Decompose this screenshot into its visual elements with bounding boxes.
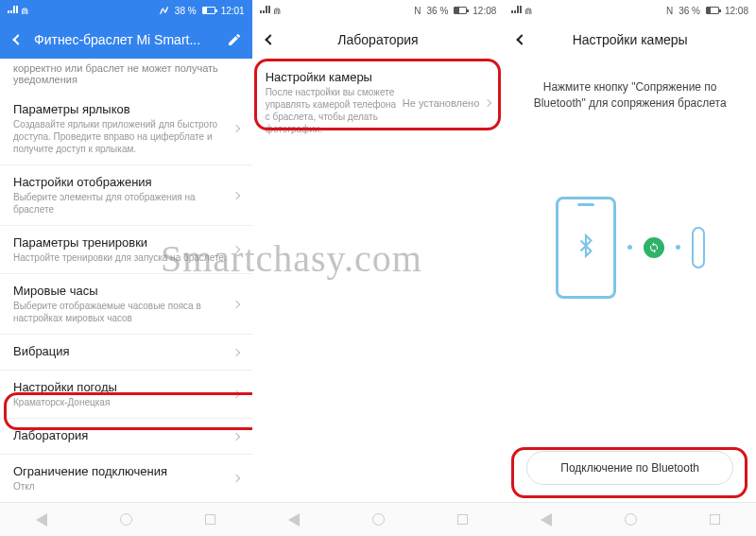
android-nav-bar (252, 502, 505, 536)
signal-icon (511, 6, 521, 13)
battery-percent: 36 % (679, 6, 700, 16)
nav-recent-icon[interactable] (205, 514, 215, 525)
battery-bar-icon (706, 7, 719, 14)
signal-icon (8, 6, 17, 13)
chevron-right-icon (232, 191, 239, 199)
button-label: Подключение по Bluetooth (560, 461, 699, 475)
phone-icon (556, 197, 616, 299)
item-sub: Настройте тренировки для запуска на брас… (13, 251, 233, 264)
chevron-right-icon (232, 246, 239, 253)
android-nav-bar (504, 502, 756, 536)
item-title: Параметры тренировки (13, 235, 233, 250)
nfc-icon: N (414, 6, 421, 16)
item-lab[interactable]: Лаборатория (0, 419, 252, 455)
nfc-icon: N (666, 6, 673, 16)
battery-percent: 36 % (426, 6, 448, 16)
item-title: Лаборатория (13, 428, 233, 442)
status-bar: ⋒ N 36 % 12:08 (252, 0, 505, 21)
edit-icon (227, 32, 242, 47)
item-sub: Выберите элементы для отображения на бра… (13, 191, 233, 216)
wifi-icon: ⋒ (524, 6, 532, 16)
item-worldclock[interactable]: Мировые часыВыберите отображаемые часовы… (0, 274, 252, 335)
battery-percent: 38 % (175, 6, 197, 16)
android-nav-bar (0, 502, 252, 536)
wifi-icon: ⋒ (21, 6, 28, 16)
nav-recent-icon[interactable] (710, 514, 720, 525)
dot-icon (627, 245, 632, 250)
item-title: Параметры ярлыков (13, 102, 233, 116)
item-sub: После настройки вы сможете управлять кам… (266, 86, 403, 135)
pairing-illustration (504, 197, 756, 299)
nav-home-icon[interactable] (120, 513, 132, 526)
nav-back-icon[interactable] (36, 513, 47, 527)
back-button[interactable] (9, 31, 26, 48)
chevron-left-icon (265, 34, 275, 44)
screen-camera-pairing: ⋒ N 36 % 12:08 Настройки камеры Нажмите … (504, 0, 756, 536)
item-value: Не установлено (403, 97, 480, 109)
status-bar: ⋒ 🗲 38 % 12:01 (0, 0, 252, 21)
back-button[interactable] (262, 31, 279, 48)
page-title: Фитнес-браслет Mi Smart... (34, 32, 220, 47)
chevron-right-icon (232, 125, 239, 132)
header: Настройки камеры (504, 21, 756, 59)
bluetooth-icon (574, 233, 598, 262)
chevron-right-icon (484, 98, 491, 106)
item-sub: Откл (13, 480, 233, 493)
item-camera-settings[interactable]: Настройки камеры После настройки вы смож… (252, 59, 505, 147)
header: Лаборатория (252, 21, 505, 59)
page-title: Лаборатория (284, 32, 472, 47)
signal-icon (260, 6, 269, 13)
item-title: Настройки камеры (266, 70, 403, 84)
chevron-right-icon (232, 475, 239, 482)
edit-button[interactable] (226, 31, 243, 48)
item-sub: Создавайте ярлыки приложений для быстрог… (13, 118, 233, 155)
sync-icon (644, 237, 664, 258)
chevron-right-icon (232, 348, 239, 355)
dot-icon (676, 245, 680, 250)
item-weather[interactable]: Настройки погодыКраматорск-Донецкая (0, 371, 252, 419)
screen-lab: ⋒ N 36 % 12:08 Лаборатория Настройки кам… (252, 0, 505, 536)
item-sub: Краматорск-Донецкая (13, 396, 233, 408)
item-title: Ограничение подключения (13, 464, 233, 478)
status-time: 12:08 (725, 6, 748, 16)
nav-home-icon[interactable] (625, 513, 637, 526)
connect-bluetooth-button[interactable]: Подключение по Bluetooth (526, 451, 733, 485)
nav-recent-icon[interactable] (457, 514, 468, 525)
chevron-left-icon (12, 34, 23, 44)
partial-cut-text: корректно или браслет не может получать … (0, 59, 252, 93)
item-title: Настройки погоды (13, 380, 233, 394)
status-time: 12:08 (472, 6, 496, 16)
header: Фитнес-браслет Mi Smart... (0, 21, 252, 59)
item-title: Настройки отображения (13, 175, 233, 189)
chevron-right-icon (232, 432, 239, 440)
item-connection-limit[interactable]: Ограничение подключенияОткл (0, 455, 252, 503)
pairing-description: Нажмите кнопку "Сопряжение по Bluetooth"… (504, 59, 756, 112)
item-workout[interactable]: Параметры тренировкиНастройте тренировки… (0, 226, 252, 274)
nav-home-icon[interactable] (372, 513, 385, 526)
item-vibration[interactable]: Вибрация (0, 335, 252, 371)
item-title: Мировые часы (13, 284, 233, 298)
battery-bar-icon (454, 7, 467, 14)
item-display[interactable]: Настройки отображенияВыберите элементы д… (0, 165, 252, 226)
page-title: Настройки камеры (536, 32, 724, 47)
band-icon (692, 227, 705, 268)
nav-back-icon[interactable] (288, 513, 300, 527)
back-button[interactable] (513, 31, 530, 48)
item-shortcuts[interactable]: Параметры ярлыковСоздавайте ярлыки прило… (0, 93, 252, 165)
status-bar: ⋒ N 36 % 12:08 (504, 0, 756, 21)
chevron-right-icon (232, 390, 239, 398)
screen-band-settings: ⋒ 🗲 38 % 12:01 Фитнес-браслет Mi Smart..… (0, 0, 252, 536)
nav-back-icon[interactable] (541, 513, 552, 527)
chevron-right-icon (232, 300, 239, 307)
settings-list: Параметры ярлыковСоздавайте ярлыки прило… (0, 93, 252, 536)
status-time: 12:01 (221, 6, 245, 16)
wifi-icon: ⋒ (273, 6, 281, 16)
battery-bar-icon (202, 7, 215, 14)
chevron-left-icon (517, 34, 527, 44)
battery-icon: 🗲 (160, 6, 169, 16)
item-sub: Выберите отображаемые часовые пояса в на… (13, 300, 233, 324)
item-title: Вибрация (13, 344, 233, 358)
